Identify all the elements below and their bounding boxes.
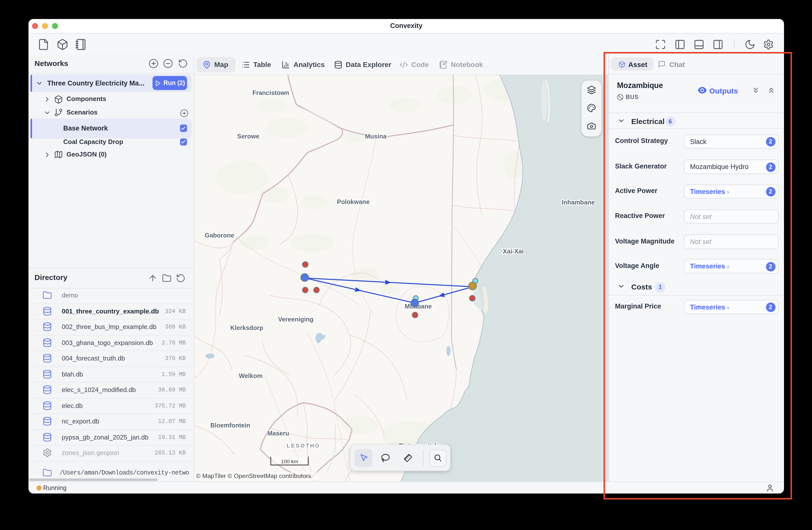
svg-text:Polokwane: Polokwane xyxy=(337,198,369,205)
svg-text:Serowe: Serowe xyxy=(237,133,259,140)
svg-text:Welkom: Welkom xyxy=(238,372,262,379)
svg-text:Musina: Musina xyxy=(365,133,387,140)
svg-text:© MapTiler © OpenStreetMap con: © MapTiler © OpenStreetMap contributors xyxy=(196,473,311,479)
svg-text:Gaborone: Gaborone xyxy=(204,232,234,239)
svg-text:100 km: 100 km xyxy=(281,458,298,464)
svg-text:Vereeniging: Vereeniging xyxy=(278,316,313,323)
svg-text:LESOTHO: LESOTHO xyxy=(287,443,320,449)
svg-text:Klerksdorp: Klerksdorp xyxy=(230,324,263,331)
svg-text:Francistown: Francistown xyxy=(252,89,289,96)
svg-text:Inhambane: Inhambane xyxy=(562,199,594,206)
svg-text:Maseru: Maseru xyxy=(267,430,289,437)
svg-text:Xai-Xai: Xai-Xai xyxy=(503,248,523,255)
svg-text:Bloemfontein: Bloemfontein xyxy=(210,422,250,429)
